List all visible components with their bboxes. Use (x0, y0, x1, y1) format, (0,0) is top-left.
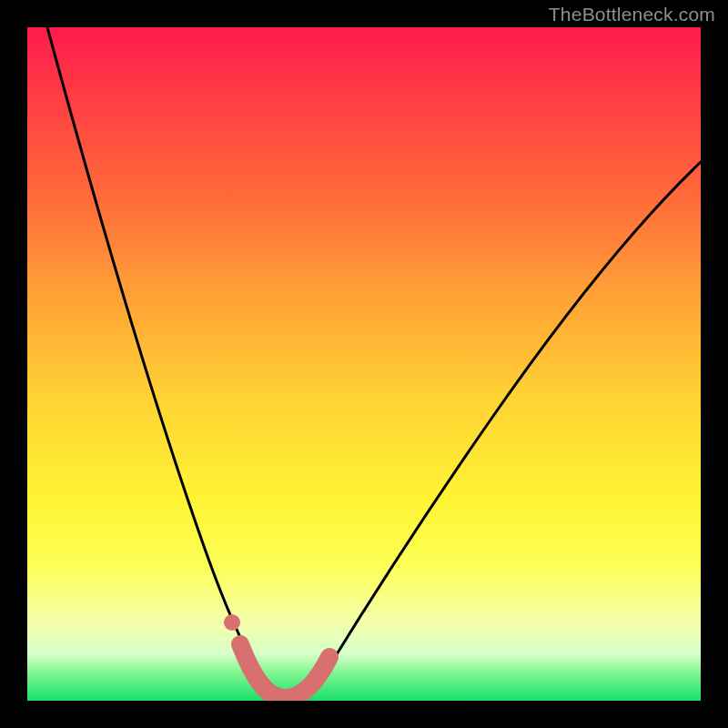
curve-overlay (27, 27, 701, 701)
gradient-plot-area (27, 27, 701, 701)
highlight-dot (224, 614, 240, 631)
bottleneck-curve (47, 27, 701, 701)
watermark-text: TheBottleneck.com (549, 4, 715, 25)
highlight-arc (240, 644, 329, 698)
